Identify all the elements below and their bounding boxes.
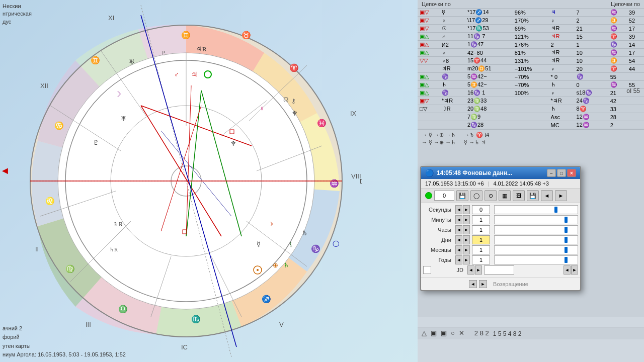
hours-slider[interactable] [494,225,578,234]
minutes-stepper[interactable]: ◄ ► [455,215,470,224]
seconds-input[interactable] [472,205,490,214]
minutes-thumb [565,217,568,223]
svg-text:♄R: ♄R [109,246,118,252]
svg-text:⚷: ⚷ [291,98,296,105]
seconds-row: Секунды ◄ ► [423,205,578,214]
footer-nav-right[interactable]: ► [479,280,487,288]
minimize-button[interactable]: − [547,169,556,177]
tool-save2[interactable]: 💾 [527,190,539,201]
jd-inc2[interactable]: ► [571,265,578,275]
jd-dec[interactable]: ◄ [467,265,474,275]
tool-nav-left[interactable]: ◄ [541,190,553,201]
icon-square: ▣ [431,329,437,337]
months-dec[interactable]: ◄ [455,245,462,254]
bl-line2: форий [3,333,126,342]
close-button[interactable]: × [567,169,576,177]
jd-label: JD [435,267,465,273]
dialog-titlebar: 🔵 14:05:48 Фоновые данн... − □ × [421,167,580,179]
svg-text:♏: ♏ [191,315,201,324]
svg-text:IX: IX [350,110,357,117]
astro-data-table: ▣▽☿*17♐1496% ♃7♒39 ▣▽♀\17♐29170% ♀2♊52 ▣… [418,9,644,129]
icon-circle: ○ [451,329,455,337]
maximize-button[interactable]: □ [557,169,566,177]
seconds-dec[interactable]: ◄ [455,205,462,214]
hours-stepper[interactable]: ◄ ► [455,225,470,234]
toolbar-number-input[interactable] [434,191,454,201]
table-row: ▣△♂11♑ 7121% ♃R15♈39 [418,33,644,41]
chain-arrows-row3: → ☿ →⊕ →♄ [422,139,456,146]
svg-text:☿: ☿ [257,240,261,248]
years-slider[interactable] [494,255,578,264]
jd-dec2[interactable]: ◄ [564,265,571,275]
seconds-inc[interactable]: ► [463,205,470,214]
svg-text:IC: IC [181,343,188,351]
days-inc[interactable]: ► [463,235,470,244]
svg-text:♆: ♆ [230,140,236,147]
icon-triangle: △ [422,329,427,337]
years-row: Годы ◄ ► [423,255,578,264]
hours-input[interactable] [472,225,490,234]
svg-text:☊: ☊ [283,96,289,103]
seconds-stepper[interactable]: ◄ ► [455,205,470,214]
jd-inc[interactable]: ► [475,265,482,275]
jd-input[interactable] [484,265,514,275]
svg-text:XI: XI [108,14,114,22]
chain-arrows-row4: ☿ →♄ ♃ [464,139,486,146]
seconds-slider[interactable] [494,205,578,214]
jd-stepper[interactable]: ◄ ► [467,265,482,275]
bl-line3: утен карты [3,342,126,351]
days-stepper[interactable]: ◄ ► [455,235,470,244]
minutes-input[interactable] [472,215,490,224]
days-input[interactable] [472,235,490,244]
svg-text:♂: ♂ [174,71,179,78]
years-dec[interactable]: ◄ [455,255,462,264]
svg-text:♅: ♅ [121,115,126,122]
hours-inc[interactable]: ► [463,225,470,234]
days-slider[interactable] [494,235,578,244]
hours-dec[interactable]: ◄ [455,225,462,234]
days-dec[interactable]: ◄ [455,235,462,244]
tool-save[interactable]: 💾 [456,190,468,201]
minutes-slider[interactable] [494,215,578,224]
tool-nav-right[interactable]: ► [555,190,567,201]
years-inc[interactable]: ► [463,255,470,264]
svg-text:II: II [35,245,39,253]
minutes-inc[interactable]: ► [463,215,470,224]
tool-img[interactable]: 🖼 [513,190,525,201]
footer-nav-left[interactable]: ◄ [469,280,477,288]
svg-text:Dsc: Dsc [360,178,362,185]
years-stepper[interactable]: ◄ ► [455,255,470,264]
svg-text:♀: ♀ [260,105,265,112]
svg-text:♊: ♊ [181,31,191,40]
months-label: Месяцы [423,247,453,253]
chain-title-1: Цепочки по [422,1,451,7]
bl-line4: ниум Аргола: 16.05.1953, 5:03 - 19.05.19… [3,350,126,359]
jd-stepper2[interactable]: ◄ ► [564,265,578,275]
minutes-dec[interactable]: ◄ [455,215,462,224]
months-input[interactable] [472,245,490,254]
svg-text:♇: ♇ [93,139,99,146]
svg-text:♈: ♈ [289,63,299,72]
table-row: ▣△♑5♒42−−70% * 0♑55 [418,73,644,81]
svg-text:☽: ☽ [115,90,121,98]
svg-text:♃R: ♃R [196,45,207,53]
tool-grid[interactable]: ▦ [499,190,511,201]
svg-text:♆: ♆ [292,110,298,117]
tool-dot[interactable]: ⊙ [485,190,497,201]
hours-label: Часы [423,227,453,233]
months-slider[interactable] [494,245,578,254]
months-thumb [565,247,568,253]
months-stepper[interactable]: ◄ ► [455,245,470,254]
jd-checkbox[interactable] [423,266,431,274]
months-inc[interactable]: ► [463,245,470,254]
dialog-controls[interactable]: − □ × [547,169,576,177]
svg-point-29 [257,269,259,271]
days-thumb [565,237,568,243]
tool-circle[interactable]: ◯ [470,190,482,201]
seconds-label: Секунды [423,207,453,213]
table-row: ▣▽♀\17♐29170% ♀2♊52 [418,17,644,25]
dialog-body: Секунды ◄ ► Минуты ◄ ► Часы [421,203,580,278]
years-input[interactable] [472,255,490,264]
minutes-row: Минуты ◄ ► [423,215,578,224]
dialog-footer: ◄ ► Возвращение [421,278,580,290]
